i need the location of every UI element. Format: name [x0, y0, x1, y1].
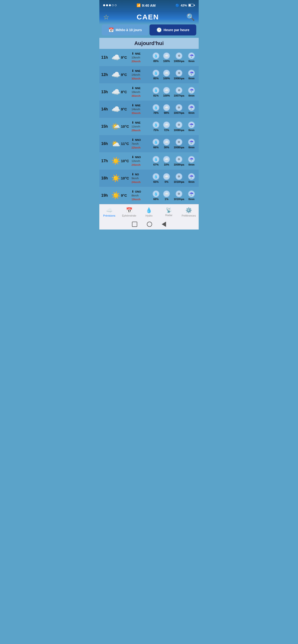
stat-cloud: ☁️ 98%	[163, 104, 170, 114]
signal-dots	[103, 4, 117, 6]
rain-value: 0mm	[188, 198, 195, 200]
stat-cloud: ☁️ 100%	[163, 87, 170, 97]
nav-previsions-label: Prévisions	[103, 214, 115, 217]
battery-percentage: 42%	[181, 4, 187, 7]
stat-cloud: ☁️ 0%	[163, 173, 170, 183]
rain-icon: ☂️	[188, 70, 195, 76]
stat-humidity: 💧 85%	[153, 70, 159, 80]
row-wind: ⬇ NNO 7km/h 22km/h	[131, 138, 151, 150]
home-indicator	[99, 219, 199, 230]
rain-value: 0mm	[188, 146, 195, 149]
section-header: Aujourd'hui	[99, 38, 199, 49]
cloud-cover-icon: ☁️	[163, 122, 170, 128]
weather-row: 18h ☀️ 10°C ⬇ NO 9km/h 24km/h 💧 65% ☁️ 0…	[99, 170, 199, 187]
pressure-value: 1007hpa	[174, 112, 184, 114]
stat-cloud: ☁️ 1%	[163, 190, 170, 200]
cloud-value: 10%	[164, 163, 169, 166]
humidity-value: 67%	[153, 163, 159, 166]
cloud-value: 100%	[163, 60, 170, 62]
row-time: 17h	[101, 159, 110, 163]
dot-1	[103, 4, 105, 6]
humidity-icon: 💧	[153, 104, 159, 111]
rain-icon: ☂️	[188, 156, 195, 163]
nav-hydro[interactable]: 💧 Hydro	[139, 206, 159, 218]
humidity-value: 66%	[153, 146, 159, 149]
nav-preferences[interactable]: ⚙️ Préférences	[179, 206, 199, 218]
calendar-nav-icon: 📅	[126, 207, 132, 214]
cloud-cover-icon: ☁️	[163, 87, 170, 94]
stat-pressure: ⊙ 1008hpa	[174, 122, 184, 132]
nav-radar[interactable]: 📡 Radar	[159, 206, 179, 218]
weather-table: 11h ☁️ 9°C ⬇ NNE 10km/h 20km/h 💧 89% ☁️ …	[99, 49, 199, 204]
gear-nav-icon: ⚙️	[186, 207, 192, 214]
back-button[interactable]	[162, 222, 166, 227]
row-wind: ⬇ ONO 8km/h 19km/h	[131, 190, 151, 201]
stat-cloud: ☁️ 10%	[163, 156, 170, 166]
search-icon[interactable]: 🔍	[186, 13, 195, 21]
tab-heure[interactable]: 🕐 Heure par heure	[150, 24, 196, 36]
nav-previsions[interactable]: ☁️ Prévisions	[99, 206, 119, 218]
row-stats: 💧 67% ☁️ 10% ⊙ 1009hpa ☂️ 0mm	[151, 156, 197, 166]
weather-icon: 🌤️	[110, 122, 121, 130]
nav-ephemeride[interactable]: 📅 Éphéméride	[119, 206, 139, 218]
pressure-icon: ⊙	[176, 156, 182, 163]
rain-icon: ☂️	[188, 190, 195, 197]
humidity-value: 81%	[153, 94, 159, 97]
square-button[interactable]	[132, 222, 137, 227]
row-temp: 10°C	[121, 176, 131, 180]
stat-humidity: 💧 65%	[153, 173, 159, 183]
weather-row: 13h ☁️ 8°C ⬇ NNE 18km/h 36km/h 💧 81% ☁️ …	[99, 84, 199, 100]
city-name: CAEN	[136, 13, 159, 21]
pressure-icon: ⊙	[176, 190, 182, 197]
tab-10jours[interactable]: 📅 Météo à 10 jours	[102, 24, 148, 36]
row-stats: 💧 89% ☁️ 100% ⊙ 1005hpa ☂️ 0mm	[151, 52, 197, 62]
pressure-value: 1009hpa	[174, 163, 184, 166]
rain-icon: ☂️	[188, 87, 195, 94]
rain-value: 0mm	[188, 180, 195, 183]
rain-value: 0mm	[188, 94, 195, 97]
cloud-cover-icon: ☁️	[163, 190, 170, 197]
pressure-icon: ⊙	[176, 52, 182, 59]
row-stats: 💧 75% ☁️ 72% ⊙ 1008hpa ☂️ 0mm	[151, 122, 197, 132]
cloud-value: 100%	[163, 94, 170, 97]
status-right: 🔵 42%	[175, 4, 195, 7]
stat-humidity: 💧 67%	[153, 156, 159, 166]
stat-humidity: 💧 89%	[153, 52, 159, 62]
pressure-value: 1008hpa	[174, 129, 184, 132]
stat-cloud: ☁️ 72%	[163, 122, 170, 132]
humidity-value: 65%	[153, 180, 159, 183]
dot-3	[109, 4, 111, 6]
stat-pressure: ⊙ 1010hpa	[174, 173, 184, 183]
pressure-icon: ⊙	[176, 87, 182, 94]
stat-pressure: ⊙ 1007hpa	[174, 104, 184, 114]
cloud-value: 100%	[163, 77, 170, 80]
row-stats: 💧 81% ☁️ 100% ⊙ 1007hpa ☂️ 0mm	[151, 87, 197, 97]
weather-row: 17h ☀️ 10°C ⬇ NNO 12km/h 24km/h 💧 67% ☁️…	[99, 152, 199, 170]
nav-ephemeride-label: Éphéméride	[122, 214, 136, 217]
row-time: 16h	[101, 142, 110, 146]
cloud-value: 1%	[165, 198, 169, 200]
stat-rain: ☂️ 0mm	[188, 122, 195, 132]
weather-row: 16h ⛅ 11°C ⬇ NNO 7km/h 22km/h 💧 66% ☁️ 3…	[99, 135, 199, 152]
radar-nav-icon: 📡	[166, 207, 172, 213]
row-temp: 10°C	[121, 124, 131, 128]
bottom-nav: ☁️ Prévisions 📅 Éphéméride 💧 Hydro 📡 Rad…	[99, 204, 199, 219]
weather-icon: ☁️	[110, 70, 121, 79]
cloud-value: 98%	[164, 112, 169, 114]
status-time: 9:40 AM	[142, 3, 156, 8]
cloud-value: 0%	[165, 180, 169, 183]
circle-button[interactable]	[147, 222, 152, 227]
favorite-icon[interactable]: ☆	[103, 13, 109, 21]
humidity-value: 89%	[153, 60, 159, 62]
stat-rain: ☂️ 0mm	[188, 70, 195, 80]
row-temp: 9°C	[121, 72, 131, 77]
stat-cloud: ☁️ 100%	[163, 70, 170, 80]
stat-rain: ☂️ 0mm	[188, 173, 195, 183]
humidity-icon: 💧	[153, 190, 159, 197]
app-header: ☆ CAEN 🔍	[99, 10, 199, 24]
rain-value: 0mm	[188, 60, 195, 62]
row-time: 19h	[101, 193, 110, 198]
section-title: Aujourd'hui	[134, 40, 164, 46]
stat-cloud: ☁️ 30%	[163, 139, 170, 149]
row-wind: ⬇ NNE 11km/h 29km/h	[131, 120, 151, 132]
